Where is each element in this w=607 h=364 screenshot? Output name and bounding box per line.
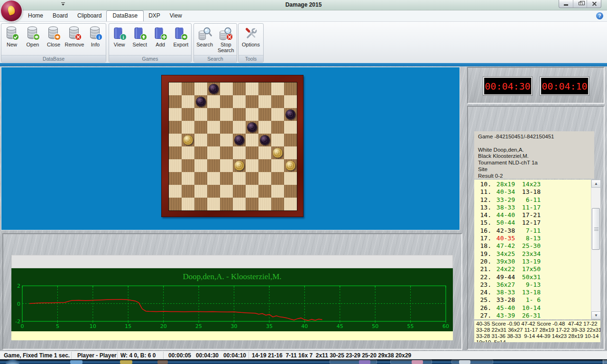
black-move[interactable]: 8-13 xyxy=(515,235,541,242)
black-move[interactable]: 50x31 xyxy=(515,273,541,281)
board-square[interactable] xyxy=(258,185,271,198)
board-square[interactable] xyxy=(233,146,246,159)
draughts-board[interactable] xyxy=(161,75,304,217)
board-square[interactable] xyxy=(207,134,220,146)
board-square[interactable] xyxy=(246,146,258,159)
move-row[interactable]: 20.39x3013-19 xyxy=(474,258,591,265)
board-square[interactable] xyxy=(271,185,284,198)
board-square[interactable] xyxy=(182,95,194,108)
black-move[interactable]: 10-14 xyxy=(515,304,541,312)
board-square[interactable] xyxy=(258,121,271,134)
board-square[interactable] xyxy=(207,95,220,108)
board-square[interactable] xyxy=(271,146,284,159)
board-square[interactable] xyxy=(207,185,220,198)
board-square[interactable] xyxy=(284,172,297,185)
board-square[interactable] xyxy=(233,185,246,198)
close-button[interactable] xyxy=(587,0,601,8)
board-square[interactable] xyxy=(182,172,194,185)
board-square[interactable] xyxy=(284,82,297,95)
board-square[interactable] xyxy=(220,198,233,210)
white-move[interactable]: 38-33 xyxy=(491,289,515,296)
board-square[interactable] xyxy=(246,159,258,172)
move-row[interactable]: 14.44-4017-21 xyxy=(474,211,591,219)
black-move[interactable]: 1- 6 xyxy=(515,296,541,304)
black-move[interactable]: 25-30 xyxy=(515,242,541,250)
move-row[interactable]: 18.47-4225-30 xyxy=(474,242,591,250)
scroll-up-icon[interactable]: ▲ xyxy=(591,180,601,188)
board-square[interactable] xyxy=(220,108,233,121)
taskbar-app-icon[interactable] xyxy=(120,360,132,364)
black-move[interactable]: 17-21 xyxy=(515,211,541,219)
board-square[interactable] xyxy=(220,185,233,198)
board-square[interactable] xyxy=(207,172,220,185)
move-row[interactable]: 26.45-4010-14 xyxy=(474,304,591,312)
board-square[interactable] xyxy=(194,121,207,134)
board-square[interactable] xyxy=(246,198,258,210)
board-square[interactable] xyxy=(169,108,182,121)
open-button[interactable]: Open xyxy=(22,25,43,47)
board-square[interactable] xyxy=(271,134,284,146)
board-square[interactable] xyxy=(271,82,284,95)
move-row[interactable]: 22.49-4450x31 xyxy=(474,273,591,281)
board-square[interactable] xyxy=(233,134,246,146)
board-square[interactable] xyxy=(169,146,182,159)
board-square[interactable] xyxy=(246,82,258,95)
board-square[interactable] xyxy=(207,198,220,210)
white-move[interactable]: 42-38 xyxy=(491,227,515,235)
board-square[interactable] xyxy=(284,159,297,172)
tab-database[interactable]: DataBase xyxy=(106,10,144,21)
tab-view[interactable]: View xyxy=(165,10,187,21)
tab-clipboard[interactable]: Clipboard xyxy=(73,10,106,21)
black-move[interactable]: 23x34 xyxy=(515,250,541,258)
board-square[interactable] xyxy=(220,134,233,146)
board-square[interactable] xyxy=(220,95,233,108)
board-square[interactable] xyxy=(271,108,284,121)
board-square[interactable] xyxy=(220,172,233,185)
white-move[interactable]: 47-42 xyxy=(491,242,515,250)
taskbar-app-icon[interactable] xyxy=(459,360,470,364)
dark-piece[interactable] xyxy=(209,84,219,94)
move-list[interactable]: 10.28x1914x2311.40-3413-1812.33-296-1113… xyxy=(474,180,591,319)
move-row[interactable]: 23.36x279-13 xyxy=(474,281,591,289)
dark-piece[interactable] xyxy=(234,135,244,145)
white-move[interactable]: 34x25 xyxy=(491,250,515,258)
start-button[interactable] xyxy=(6,360,19,364)
dark-piece[interactable] xyxy=(247,122,257,132)
board-square[interactable] xyxy=(246,172,258,185)
black-move[interactable]: 7-11 xyxy=(515,227,541,235)
board-square[interactable] xyxy=(246,134,258,146)
white-move[interactable]: 33-29 xyxy=(491,196,515,204)
black-move[interactable]: 11-17 xyxy=(515,204,541,211)
dark-piece[interactable] xyxy=(260,135,270,145)
board-square[interactable] xyxy=(169,82,182,95)
taskbar-app-icon[interactable] xyxy=(359,360,370,364)
board-square[interactable] xyxy=(271,198,284,210)
view-button[interactable]: iView xyxy=(109,25,129,47)
white-move[interactable]: 38-33 xyxy=(491,204,515,211)
search-button[interactable]: Search xyxy=(194,25,215,47)
board-square[interactable] xyxy=(271,159,284,172)
board-square[interactable] xyxy=(194,172,207,185)
taskbar-task-button[interactable] xyxy=(390,360,432,364)
white-move[interactable]: 44-40 xyxy=(491,211,515,219)
dark-piece[interactable] xyxy=(285,109,295,119)
board-square[interactable] xyxy=(194,95,207,108)
board-square[interactable] xyxy=(182,108,194,121)
board-square[interactable] xyxy=(194,134,207,146)
light-piece[interactable] xyxy=(183,135,193,145)
move-row[interactable]: 25.33-281- 6 xyxy=(474,296,591,304)
black-move[interactable]: 17x50 xyxy=(515,265,541,273)
light-piece[interactable] xyxy=(234,161,244,171)
white-move[interactable]: 49-44 xyxy=(491,273,515,281)
board-square[interactable] xyxy=(233,82,246,95)
board-square[interactable] xyxy=(220,159,233,172)
board-square[interactable] xyxy=(220,146,233,159)
white-move[interactable]: 24x22 xyxy=(491,265,515,273)
board-square[interactable] xyxy=(258,198,271,210)
white-move[interactable]: 36x27 xyxy=(491,281,515,289)
board-square[interactable] xyxy=(194,159,207,172)
options-button[interactable]: Options xyxy=(240,25,261,47)
tab-dxp[interactable]: DXP xyxy=(144,10,165,21)
board-square[interactable] xyxy=(233,159,246,172)
board-square[interactable] xyxy=(182,121,194,134)
